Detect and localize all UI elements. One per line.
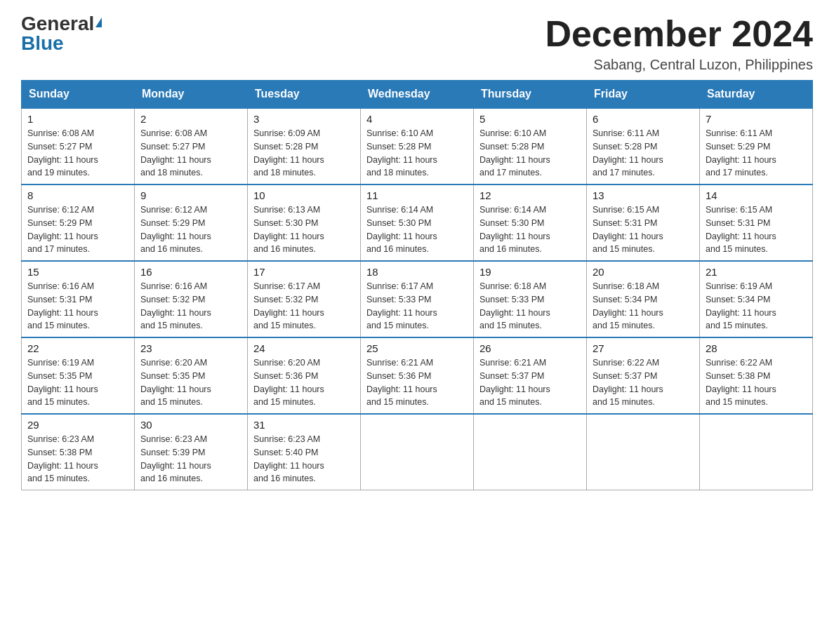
day-number: 16 bbox=[140, 266, 241, 278]
day-of-week-header: Wednesday bbox=[361, 81, 474, 109]
day-number: 18 bbox=[366, 266, 468, 278]
calendar-header-row: SundayMondayTuesdayWednesdayThursdayFrid… bbox=[22, 81, 813, 109]
calendar-day-cell: 28Sunrise: 6:22 AMSunset: 5:38 PMDayligh… bbox=[700, 337, 813, 414]
calendar-day-cell: 15Sunrise: 6:16 AMSunset: 5:31 PMDayligh… bbox=[22, 261, 135, 337]
day-number: 23 bbox=[140, 342, 241, 354]
day-number: 17 bbox=[253, 266, 355, 278]
day-of-week-header: Monday bbox=[135, 81, 248, 109]
day-info: Sunrise: 6:22 AMSunset: 5:38 PMDaylight:… bbox=[706, 356, 807, 409]
day-number: 13 bbox=[593, 189, 694, 201]
calendar-day-cell: 5Sunrise: 6:10 AMSunset: 5:28 PMDaylight… bbox=[474, 108, 587, 185]
logo-general-text: General bbox=[21, 14, 102, 34]
day-number: 10 bbox=[253, 189, 355, 201]
day-info: Sunrise: 6:14 AMSunset: 5:30 PMDaylight:… bbox=[479, 203, 581, 256]
day-info: Sunrise: 6:11 AMSunset: 5:28 PMDaylight:… bbox=[593, 127, 694, 180]
day-number: 2 bbox=[140, 113, 241, 125]
calendar-day-cell: 14Sunrise: 6:15 AMSunset: 5:31 PMDayligh… bbox=[700, 185, 813, 261]
calendar-day-cell: 27Sunrise: 6:22 AMSunset: 5:37 PMDayligh… bbox=[587, 337, 700, 414]
day-of-week-header: Friday bbox=[587, 81, 700, 109]
day-number: 30 bbox=[140, 419, 241, 431]
logo-blue-text: Blue bbox=[21, 34, 64, 53]
calendar-day-cell: 12Sunrise: 6:14 AMSunset: 5:30 PMDayligh… bbox=[474, 185, 587, 261]
day-info: Sunrise: 6:10 AMSunset: 5:28 PMDaylight:… bbox=[366, 127, 468, 180]
day-number: 24 bbox=[253, 342, 355, 354]
day-of-week-header: Thursday bbox=[474, 81, 587, 109]
calendar-day-cell: 3Sunrise: 6:09 AMSunset: 5:28 PMDaylight… bbox=[248, 108, 361, 185]
day-info: Sunrise: 6:21 AMSunset: 5:37 PMDaylight:… bbox=[479, 356, 581, 409]
day-info: Sunrise: 6:23 AMSunset: 5:39 PMDaylight:… bbox=[140, 433, 241, 485]
calendar-week-row: 22Sunrise: 6:19 AMSunset: 5:35 PMDayligh… bbox=[22, 337, 813, 414]
day-number: 27 bbox=[593, 342, 694, 354]
day-number: 8 bbox=[27, 189, 128, 201]
day-number: 5 bbox=[479, 113, 581, 125]
day-info: Sunrise: 6:20 AMSunset: 5:36 PMDaylight:… bbox=[253, 356, 355, 409]
calendar-day-cell: 18Sunrise: 6:17 AMSunset: 5:33 PMDayligh… bbox=[361, 261, 474, 337]
day-number: 1 bbox=[27, 113, 128, 125]
calendar-day-cell: 21Sunrise: 6:19 AMSunset: 5:34 PMDayligh… bbox=[700, 261, 813, 337]
day-info: Sunrise: 6:17 AMSunset: 5:33 PMDaylight:… bbox=[366, 280, 468, 333]
day-info: Sunrise: 6:09 AMSunset: 5:28 PMDaylight:… bbox=[253, 127, 355, 180]
calendar-day-cell bbox=[587, 414, 700, 490]
day-info: Sunrise: 6:15 AMSunset: 5:31 PMDaylight:… bbox=[593, 203, 694, 256]
day-info: Sunrise: 6:14 AMSunset: 5:30 PMDaylight:… bbox=[366, 203, 468, 256]
calendar-day-cell: 6Sunrise: 6:11 AMSunset: 5:28 PMDaylight… bbox=[587, 108, 700, 185]
title-block: December 2024 Sabang, Central Luzon, Phi… bbox=[545, 14, 813, 73]
day-info: Sunrise: 6:08 AMSunset: 5:27 PMDaylight:… bbox=[27, 127, 128, 180]
day-number: 20 bbox=[593, 266, 694, 278]
day-info: Sunrise: 6:17 AMSunset: 5:32 PMDaylight:… bbox=[253, 280, 355, 333]
day-number: 19 bbox=[479, 266, 581, 278]
day-of-week-header: Tuesday bbox=[248, 81, 361, 109]
day-number: 9 bbox=[140, 189, 241, 201]
calendar-week-row: 29Sunrise: 6:23 AMSunset: 5:38 PMDayligh… bbox=[22, 414, 813, 490]
day-info: Sunrise: 6:10 AMSunset: 5:28 PMDaylight:… bbox=[479, 127, 581, 180]
day-info: Sunrise: 6:23 AMSunset: 5:38 PMDaylight:… bbox=[27, 433, 128, 485]
day-info: Sunrise: 6:12 AMSunset: 5:29 PMDaylight:… bbox=[140, 203, 241, 256]
day-number: 29 bbox=[27, 419, 128, 431]
day-info: Sunrise: 6:11 AMSunset: 5:29 PMDaylight:… bbox=[706, 127, 807, 180]
calendar-week-row: 8Sunrise: 6:12 AMSunset: 5:29 PMDaylight… bbox=[22, 185, 813, 261]
calendar-day-cell: 29Sunrise: 6:23 AMSunset: 5:38 PMDayligh… bbox=[22, 414, 135, 490]
day-number: 6 bbox=[593, 113, 694, 125]
calendar-day-cell: 7Sunrise: 6:11 AMSunset: 5:29 PMDaylight… bbox=[700, 108, 813, 185]
calendar-day-cell: 2Sunrise: 6:08 AMSunset: 5:27 PMDaylight… bbox=[135, 108, 248, 185]
page-header: General Blue December 2024 Sabang, Centr… bbox=[21, 14, 813, 73]
day-number: 22 bbox=[27, 342, 128, 354]
day-number: 12 bbox=[479, 189, 581, 201]
logo: General Blue bbox=[21, 14, 102, 53]
day-of-week-header: Saturday bbox=[700, 81, 813, 109]
day-number: 28 bbox=[706, 342, 807, 354]
day-info: Sunrise: 6:23 AMSunset: 5:40 PMDaylight:… bbox=[253, 433, 355, 485]
day-number: 3 bbox=[253, 113, 355, 125]
calendar-day-cell: 1Sunrise: 6:08 AMSunset: 5:27 PMDaylight… bbox=[22, 108, 135, 185]
calendar-day-cell: 10Sunrise: 6:13 AMSunset: 5:30 PMDayligh… bbox=[248, 185, 361, 261]
day-number: 4 bbox=[366, 113, 468, 125]
day-info: Sunrise: 6:08 AMSunset: 5:27 PMDaylight:… bbox=[140, 127, 241, 180]
day-number: 25 bbox=[366, 342, 468, 354]
calendar-day-cell: 11Sunrise: 6:14 AMSunset: 5:30 PMDayligh… bbox=[361, 185, 474, 261]
calendar-week-row: 1Sunrise: 6:08 AMSunset: 5:27 PMDaylight… bbox=[22, 108, 813, 185]
calendar-day-cell bbox=[700, 414, 813, 490]
calendar-day-cell: 24Sunrise: 6:20 AMSunset: 5:36 PMDayligh… bbox=[248, 337, 361, 414]
day-info: Sunrise: 6:20 AMSunset: 5:35 PMDaylight:… bbox=[140, 356, 241, 409]
calendar-day-cell: 8Sunrise: 6:12 AMSunset: 5:29 PMDaylight… bbox=[22, 185, 135, 261]
day-number: 14 bbox=[706, 189, 807, 201]
calendar-day-cell: 23Sunrise: 6:20 AMSunset: 5:35 PMDayligh… bbox=[135, 337, 248, 414]
location-text: Sabang, Central Luzon, Philippines bbox=[545, 57, 813, 73]
day-info: Sunrise: 6:22 AMSunset: 5:37 PMDaylight:… bbox=[593, 356, 694, 409]
day-number: 26 bbox=[479, 342, 581, 354]
calendar-day-cell: 13Sunrise: 6:15 AMSunset: 5:31 PMDayligh… bbox=[587, 185, 700, 261]
calendar-day-cell: 20Sunrise: 6:18 AMSunset: 5:34 PMDayligh… bbox=[587, 261, 700, 337]
day-of-week-header: Sunday bbox=[22, 81, 135, 109]
calendar-day-cell: 30Sunrise: 6:23 AMSunset: 5:39 PMDayligh… bbox=[135, 414, 248, 490]
day-info: Sunrise: 6:18 AMSunset: 5:33 PMDaylight:… bbox=[479, 280, 581, 333]
day-info: Sunrise: 6:19 AMSunset: 5:34 PMDaylight:… bbox=[706, 280, 807, 333]
day-info: Sunrise: 6:15 AMSunset: 5:31 PMDaylight:… bbox=[706, 203, 807, 256]
day-info: Sunrise: 6:19 AMSunset: 5:35 PMDaylight:… bbox=[27, 356, 128, 409]
calendar-day-cell bbox=[361, 414, 474, 490]
calendar-day-cell bbox=[474, 414, 587, 490]
day-number: 15 bbox=[27, 266, 128, 278]
calendar-day-cell: 22Sunrise: 6:19 AMSunset: 5:35 PMDayligh… bbox=[22, 337, 135, 414]
day-number: 31 bbox=[253, 419, 355, 431]
day-number: 21 bbox=[706, 266, 807, 278]
day-number: 11 bbox=[366, 189, 468, 201]
